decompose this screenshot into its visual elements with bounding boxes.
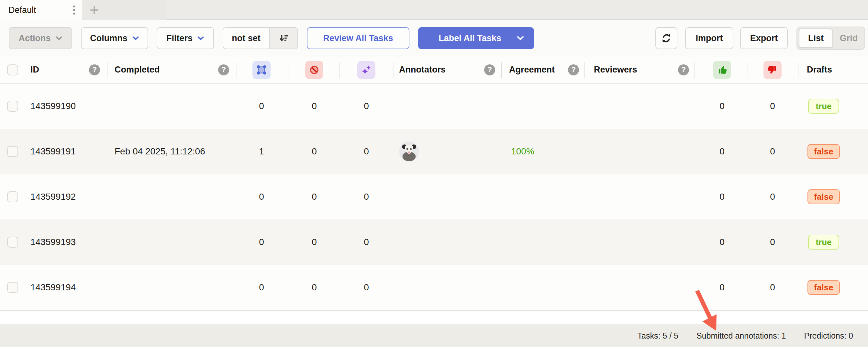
drafts-badge: true xyxy=(808,235,839,250)
column-label-id: ID xyxy=(30,65,39,75)
table-row[interactable]: 143599193 0 0 0 0 0 true xyxy=(0,219,868,265)
thumbs-down-icon xyxy=(764,61,782,79)
data-manager-screen: Default Actions Columns Filters xyxy=(0,0,868,347)
columns-label: Columns xyxy=(90,33,127,43)
agreement-value xyxy=(503,219,542,265)
drafts-badge: false xyxy=(807,144,839,159)
row-checkbox[interactable] xyxy=(7,282,18,293)
chevron-down-icon xyxy=(55,36,62,41)
task-table-body: 143599190 0 0 0 0 0 true 143599191 Feb 0… xyxy=(0,84,868,311)
annotations-count: 0 xyxy=(249,174,274,219)
task-id: 143599194 xyxy=(30,265,76,310)
task-id: 143599190 xyxy=(30,84,76,129)
select-all-checkbox[interactable] xyxy=(7,64,18,75)
column-header-completed[interactable]: Completed xyxy=(115,57,160,83)
cancelled-count: 0 xyxy=(301,265,327,310)
help-annotators[interactable]: ? xyxy=(484,57,495,83)
drafts-badge: true xyxy=(808,99,839,114)
actions-label: Actions xyxy=(19,33,51,43)
accepted-count: 0 xyxy=(709,84,735,129)
filters-button[interactable]: Filters xyxy=(157,27,214,49)
export-button[interactable]: Export xyxy=(740,27,788,49)
agreement-value xyxy=(503,265,542,310)
column-divider xyxy=(748,62,748,78)
actions-button[interactable]: Actions xyxy=(9,27,72,49)
import-label: Import xyxy=(696,33,723,43)
column-header-reviewers[interactable]: Reviewers xyxy=(594,57,637,83)
question-mark-icon[interactable]: ? xyxy=(678,64,689,75)
add-tab-button[interactable] xyxy=(83,0,166,20)
question-mark-icon[interactable]: ? xyxy=(218,64,229,75)
opossum-avatar[interactable] xyxy=(399,141,419,161)
chevron-down-icon[interactable] xyxy=(517,36,524,41)
predictions-count: 0 xyxy=(353,219,379,265)
ordering-value[interactable]: not set xyxy=(223,28,269,49)
table-footer-gap xyxy=(0,311,868,324)
kebab-menu-icon[interactable] xyxy=(71,4,77,17)
refresh-button[interactable] xyxy=(655,27,677,49)
help-agreement[interactable]: ? xyxy=(568,57,579,83)
label-all-label: Label All Tasks xyxy=(428,33,512,43)
cancelled-count: 0 xyxy=(301,129,327,174)
chevron-down-icon xyxy=(132,36,139,41)
prohibition-icon xyxy=(305,61,323,79)
tab-bar: Default xyxy=(0,0,868,20)
accepted-count: 0 xyxy=(709,174,735,219)
column-header-drafts[interactable]: Drafts xyxy=(807,57,832,83)
task-id: 143599192 xyxy=(30,174,76,219)
view-toggle-grid[interactable]: Grid xyxy=(833,33,864,43)
annotations-count: 0 xyxy=(249,265,274,310)
column-header-predictions[interactable] xyxy=(357,57,375,83)
column-header-cancelled[interactable] xyxy=(305,57,323,83)
tab-default[interactable]: Default xyxy=(0,0,82,20)
chevron-down-icon xyxy=(197,36,204,41)
column-divider xyxy=(288,62,288,78)
accepted-count: 0 xyxy=(709,265,735,310)
rejected-count: 0 xyxy=(760,219,785,265)
import-button[interactable]: Import xyxy=(685,27,733,49)
column-header-id[interactable]: ID xyxy=(30,57,39,83)
table-row[interactable]: 143599190 0 0 0 0 0 true xyxy=(0,84,868,129)
column-header-agreement[interactable]: Agreement xyxy=(509,57,555,83)
question-mark-icon[interactable]: ? xyxy=(484,64,495,75)
table-row[interactable]: 143599191 Feb 04 2025, 11:12:06 1 0 0 xyxy=(0,129,868,174)
cancelled-count: 0 xyxy=(301,174,327,219)
question-mark-icon[interactable]: ? xyxy=(568,64,579,75)
help-reviewers[interactable]: ? xyxy=(678,57,689,83)
task-completed: Feb 04 2025, 11:12:06 xyxy=(115,129,205,174)
column-header-accepted[interactable] xyxy=(713,57,731,83)
table-row[interactable]: 143599194 0 0 0 0 0 false xyxy=(0,265,868,310)
agreement-value xyxy=(503,84,542,129)
column-header-annotations[interactable] xyxy=(252,57,271,83)
view-toggle-list[interactable]: List xyxy=(799,29,833,48)
cancelled-count: 0 xyxy=(301,84,327,129)
row-checkbox[interactable] xyxy=(7,101,18,112)
annotations-count: 0 xyxy=(249,219,274,265)
bounding-box-icon xyxy=(252,61,271,79)
help-completed[interactable]: ? xyxy=(218,57,229,83)
sort-descending-icon[interactable] xyxy=(269,28,298,49)
predictions-count: 0 xyxy=(353,84,379,129)
column-divider xyxy=(237,62,237,78)
rejected-count: 0 xyxy=(760,174,785,219)
table-header: ID ? Completed ? xyxy=(0,57,868,84)
review-all-tasks-button[interactable]: Review All Tasks xyxy=(307,27,409,49)
ordering-control[interactable]: not set xyxy=(223,27,298,49)
row-checkbox[interactable] xyxy=(7,236,18,248)
task-id: 143599191 xyxy=(30,129,76,174)
columns-button[interactable]: Columns xyxy=(81,27,148,49)
rejected-count: 0 xyxy=(760,265,785,310)
row-checkbox[interactable] xyxy=(7,191,18,202)
refresh-icon xyxy=(660,32,672,44)
column-header-annotators[interactable]: Annotators xyxy=(399,57,446,83)
row-checkbox[interactable] xyxy=(7,146,18,157)
drafts-badge: false xyxy=(807,189,839,204)
column-label-reviewers: Reviewers xyxy=(594,65,637,75)
column-header-rejected[interactable] xyxy=(764,57,782,83)
label-all-tasks-button[interactable]: Label All Tasks xyxy=(418,27,534,49)
submitted-annotations-count: Submitted annotations: 1 xyxy=(696,331,786,341)
help-id[interactable]: ? xyxy=(89,57,100,83)
question-mark-icon[interactable]: ? xyxy=(89,64,100,75)
tasks-count: Tasks: 5 / 5 xyxy=(638,331,678,341)
table-row[interactable]: 143599192 0 0 0 0 0 false xyxy=(0,174,868,219)
